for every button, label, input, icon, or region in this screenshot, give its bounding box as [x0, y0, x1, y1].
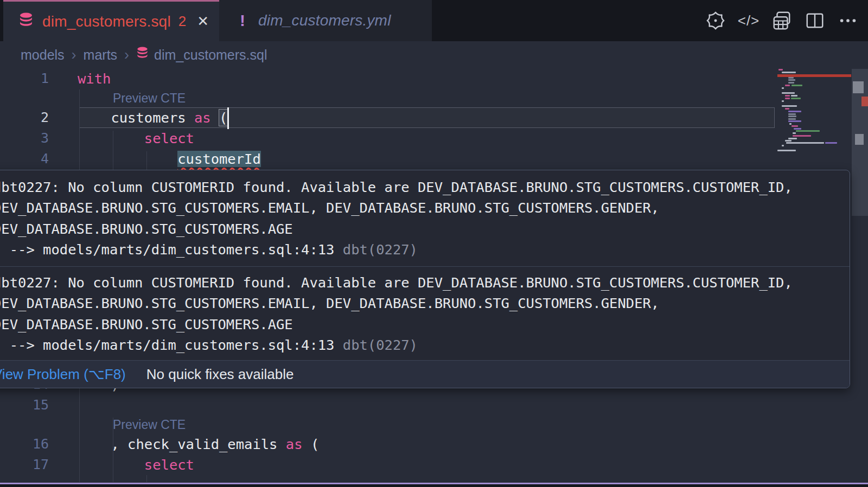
line-number: 1	[0, 68, 49, 89]
tab-label: dim_customers.yml	[258, 12, 391, 29]
chevron-right-icon: ›	[72, 47, 76, 63]
warning-exclamation-icon: !	[240, 11, 245, 30]
vscode-window: dim_customers.sql 2 ✕ ! dim_customers.ym…	[0, 0, 868, 487]
minimap-line	[796, 130, 820, 132]
code-token	[78, 130, 144, 146]
code-token: customers	[78, 110, 194, 126]
window-bottom-strip	[0, 484, 868, 487]
minimap-error-line	[777, 74, 851, 77]
error-word-customerId: customerId	[177, 151, 261, 167]
minimap-line	[786, 142, 824, 144]
view-problem-link[interactable]: View Problem (⌥F8)	[0, 366, 126, 383]
minimap-line	[777, 150, 796, 151]
line-number: 15	[0, 395, 49, 415]
code-line-4[interactable]: 4 customerId	[0, 149, 868, 169]
database-icon	[18, 12, 34, 31]
code-token	[78, 151, 177, 167]
minimap-line	[782, 145, 784, 146]
minimap-line	[785, 108, 789, 110]
query-results-icon[interactable]	[771, 10, 792, 31]
overview-ruler-marker	[853, 81, 864, 93]
minimap-line	[788, 77, 794, 79]
minimap-line	[788, 79, 795, 81]
editor-actions: </>	[705, 0, 858, 41]
matched-bracket-with-cursor: (	[219, 110, 227, 126]
minimap-line	[785, 140, 792, 142]
tab-label: dim_customers.sql	[42, 13, 171, 30]
code-line-16[interactable]: 16 , check_valid_emails as (	[0, 434, 868, 454]
line-number: 2	[0, 107, 49, 128]
error-message: dbt0227: No column CUSTOMERID found. Ava…	[0, 272, 845, 335]
error-message-block: dbt0227: No column CUSTOMERID found. Ava…	[0, 267, 850, 360]
minimap-line	[794, 128, 801, 130]
minimap-line	[825, 142, 837, 144]
close-tab-icon[interactable]: ✕	[197, 13, 209, 30]
minimap-line	[788, 82, 794, 84]
minimap-line	[782, 105, 797, 107]
line-number: 17	[0, 454, 49, 475]
error-message: dbt0227: No column CUSTOMERID found. Ava…	[0, 177, 845, 239]
tab-dim-customers-yml[interactable]: ! dim_customers.yml	[219, 0, 432, 41]
minimap-line	[791, 95, 797, 97]
chevron-right-icon: ›	[124, 47, 129, 63]
code-line-17[interactable]: 17 select	[0, 454, 868, 475]
indent-guide	[146, 475, 147, 482]
codelens-preview-cte[interactable]: Preview CTE	[113, 416, 186, 434]
overview-ruler-marker	[855, 134, 864, 145]
code-token	[211, 110, 219, 126]
minimap-line	[788, 116, 796, 117]
more-actions-icon[interactable]	[838, 10, 858, 31]
breadcrumb-marts[interactable]: marts	[84, 47, 118, 63]
keyword-token: as	[286, 436, 303, 452]
minimap-line	[782, 92, 795, 94]
line-number: 3	[0, 128, 49, 149]
open-source-code-icon[interactable]: </>	[738, 10, 759, 31]
minimap-line	[788, 138, 797, 139]
error-code: dbt(0227)	[343, 241, 418, 258]
breadcrumb-file[interactable]: dim_customers.sql	[136, 47, 267, 63]
minimap-line	[793, 135, 811, 137]
error-location: --> models/marts/dim_customers.sql:4:13 …	[0, 335, 845, 355]
breadcrumb: models › marts › dim_customers.sql	[0, 41, 868, 68]
minimap-line	[785, 85, 790, 86]
error-location: --> models/marts/dim_customers.sql:4:13 …	[0, 239, 845, 260]
keyword-token: with	[78, 71, 111, 87]
minimap-line	[792, 85, 802, 86]
minimap-line	[791, 98, 801, 99]
minimap-line	[778, 69, 783, 71]
code-token: , check_valid_emails	[78, 436, 286, 452]
tab-dim-customers-sql[interactable]: dim_customers.sql 2 ✕	[3, 0, 219, 41]
error-code: dbt(0227)	[343, 337, 418, 353]
code-line-2[interactable]: 2 customers as (	[0, 107, 868, 128]
hover-footer: View Problem (⌥F8) No quick fixes availa…	[0, 360, 850, 388]
minimap-line	[782, 87, 784, 89]
minimap-line	[785, 98, 790, 99]
minimap-line	[788, 118, 796, 120]
problem-count-badge: 2	[178, 13, 186, 30]
breadcrumb-models[interactable]: models	[21, 47, 65, 63]
minimap-line	[788, 113, 796, 115]
quick-fix-status: No quick fixes available	[146, 366, 294, 383]
minimap-line	[785, 95, 790, 97]
line-number: 16	[0, 434, 49, 454]
minimap-line	[792, 125, 798, 127]
code-token: (	[303, 436, 320, 452]
code-line-3[interactable]: 3 select	[0, 128, 868, 149]
breadcrumb-filename: dim_customers.sql	[154, 47, 267, 63]
error-message-block: dbt0227: No column CUSTOMERID found. Ava…	[0, 170, 850, 266]
keyword-token: select	[144, 457, 194, 473]
minimap[interactable]	[777, 69, 838, 161]
keyword-token: select	[144, 130, 194, 146]
database-icon	[136, 47, 149, 63]
dbt-logo-icon[interactable]	[705, 10, 726, 31]
minimap-line	[782, 72, 796, 73]
tab-bar: dim_customers.sql 2 ✕ ! dim_customers.ym…	[0, 0, 868, 41]
minimap-line	[793, 132, 796, 134]
error-hover-popup: dbt0227: No column CUSTOMERID found. Ava…	[0, 170, 850, 388]
line-number: 4	[0, 149, 49, 169]
code-line-15[interactable]: 15	[0, 395, 868, 415]
overview-ruler-error-marker	[861, 97, 868, 106]
split-editor-icon[interactable]	[805, 10, 825, 31]
codelens-preview-cte[interactable]: Preview CTE	[113, 89, 186, 107]
code-line-1[interactable]: 1 with	[0, 68, 868, 89]
